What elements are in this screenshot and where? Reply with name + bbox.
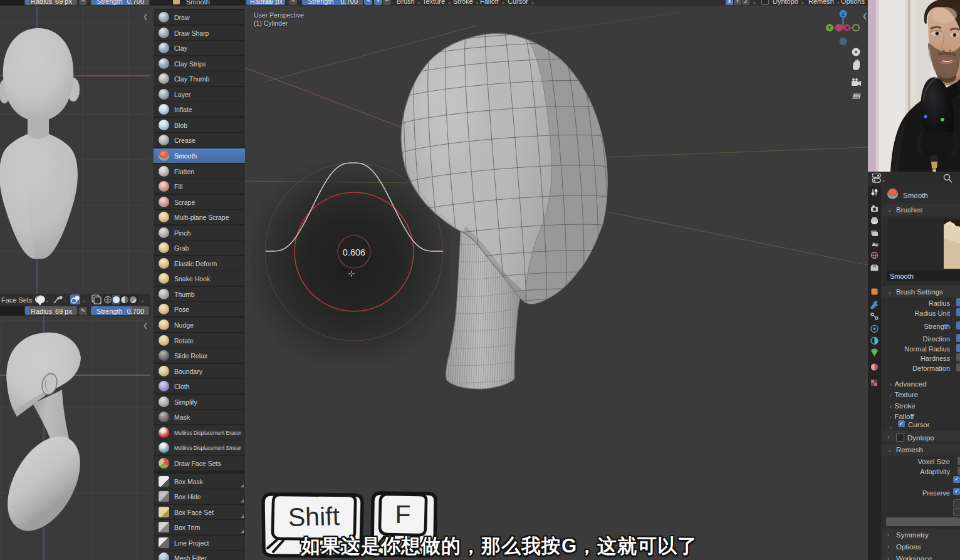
svg-text:⌄: ⌄	[82, 298, 86, 303]
svg-text:Shift: Shift	[288, 502, 340, 532]
svg-text:⌄: ⌄	[45, 298, 50, 303]
svg-text:⌄: ⌄	[882, 177, 886, 183]
svg-text:F: F	[395, 500, 410, 529]
svg-text:⌄: ⌄	[140, 298, 145, 303]
svg-text:X: X	[846, 26, 849, 30]
svg-text:Z: Z	[842, 11, 845, 17]
svg-text:⌄: ⌄	[63, 298, 68, 303]
svg-text:Y: Y	[828, 25, 831, 31]
